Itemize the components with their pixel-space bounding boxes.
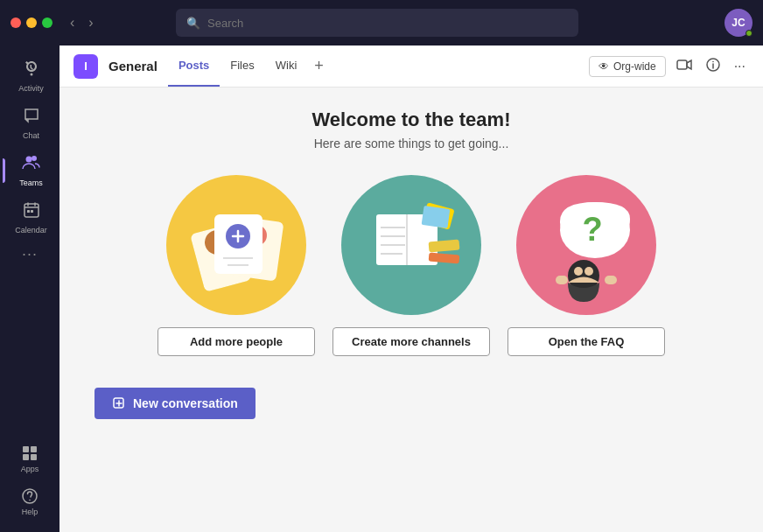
add-people-svg (179, 188, 293, 302)
add-tab-button[interactable]: + (307, 46, 331, 87)
tab-posts[interactable]: Posts (168, 46, 220, 87)
create-more-channels-button[interactable]: Create more channels (332, 327, 490, 356)
video-icon[interactable] (673, 55, 696, 78)
svg-rect-31 (422, 206, 451, 228)
new-conversation-button[interactable]: New conversation (94, 388, 256, 419)
team-icon: I (74, 54, 98, 79)
add-people-illustration (166, 175, 306, 315)
sidebar-item-calendar[interactable]: Calendar (0, 194, 60, 242)
activity-label: Activity (18, 84, 44, 93)
maximize-button[interactable] (42, 18, 52, 28)
sidebar-item-activity[interactable]: Activity (0, 52, 60, 100)
sidebar-bottom: Apps Help (21, 439, 39, 522)
new-conversation-bar: New conversation (94, 388, 256, 419)
sidebar: Activity Chat Teams (0, 46, 60, 532)
forward-button[interactable]: › (83, 13, 98, 32)
add-people-card: Add more people (158, 175, 315, 356)
svg-rect-8 (23, 454, 29, 460)
open-faq-button[interactable]: Open the FAQ (508, 327, 665, 356)
svg-point-2 (25, 157, 32, 163)
svg-rect-4 (27, 210, 30, 213)
svg-point-37 (574, 267, 583, 276)
welcome-subtitle: Here are some things to get going... (314, 136, 509, 150)
chat-icon (23, 107, 40, 129)
header-right: 👁 Org-wide ··· (589, 54, 749, 79)
teams-label: Teams (19, 178, 43, 187)
svg-text:?: ? (582, 211, 602, 248)
tab-files[interactable]: Files (220, 46, 264, 87)
create-channels-illustration (341, 175, 481, 315)
content-area: I General Posts Files Wiki + 👁 Org-wide (60, 46, 763, 532)
svg-point-1 (32, 156, 37, 161)
svg-point-14 (712, 60, 714, 62)
channel-header: I General Posts Files Wiki + 👁 Org-wide (60, 46, 763, 88)
sidebar-item-chat[interactable]: Chat (0, 100, 60, 147)
create-channels-svg (354, 188, 468, 302)
open-faq-card: ? Open the FAQ (508, 175, 665, 356)
edit-icon (112, 396, 126, 410)
svg-rect-39 (556, 276, 568, 284)
search-icon: 🔍 (186, 17, 200, 30)
channel-name: General (108, 59, 158, 74)
open-faq-illustration: ? (516, 175, 656, 315)
sidebar-item-apps[interactable]: Apps (21, 439, 39, 479)
svg-rect-12 (677, 60, 687, 69)
sidebar-item-teams[interactable]: Teams (0, 147, 60, 194)
info-icon[interactable] (703, 54, 724, 79)
calendar-label: Calendar (15, 226, 47, 234)
chat-label: Chat (23, 131, 39, 140)
apps-icon (21, 444, 38, 462)
search-bar[interactable]: 🔍 (176, 9, 578, 37)
channel-tabs: Posts Files Wiki + (168, 46, 331, 87)
traffic-lights (10, 18, 52, 28)
teams-icon (22, 154, 41, 176)
svg-point-11 (29, 500, 31, 501)
tab-wiki[interactable]: Wiki (265, 46, 308, 87)
titlebar: ‹ › 🔍 JC (0, 0, 763, 46)
apps-label: Apps (21, 465, 39, 473)
svg-point-38 (584, 267, 593, 276)
svg-rect-7 (31, 446, 37, 452)
help-label: Help (22, 508, 38, 516)
calendar-icon (23, 201, 40, 223)
action-cards: Add more people (158, 175, 665, 356)
open-faq-svg: ? (529, 188, 643, 302)
close-button[interactable] (10, 18, 21, 28)
org-wide-icon: 👁 (598, 60, 609, 73)
org-wide-button[interactable]: 👁 Org-wide (589, 56, 666, 77)
search-input[interactable] (207, 17, 568, 30)
create-channels-card: Create more channels (332, 175, 490, 356)
svg-point-0 (30, 74, 32, 76)
more-options-icon[interactable]: ··· (731, 55, 749, 78)
app-body: Activity Chat Teams (0, 46, 763, 532)
minimize-button[interactable] (26, 18, 37, 28)
svg-rect-9 (31, 454, 37, 460)
svg-rect-40 (605, 276, 617, 284)
add-more-people-button[interactable]: Add more people (158, 327, 315, 356)
activity-icon (23, 60, 40, 81)
svg-rect-5 (31, 210, 33, 213)
presence-dot (746, 30, 752, 37)
nav-buttons: ‹ › (65, 13, 99, 32)
more-dots[interactable]: ··· (22, 245, 38, 263)
avatar[interactable]: JC (724, 9, 752, 37)
welcome-title: Welcome to the team! (312, 108, 511, 131)
help-icon (21, 487, 38, 505)
svg-rect-6 (23, 446, 29, 452)
sidebar-item-help[interactable]: Help (21, 482, 39, 522)
back-button[interactable]: ‹ (65, 13, 80, 32)
main-content: Welcome to the team! Here are some thing… (60, 88, 763, 532)
